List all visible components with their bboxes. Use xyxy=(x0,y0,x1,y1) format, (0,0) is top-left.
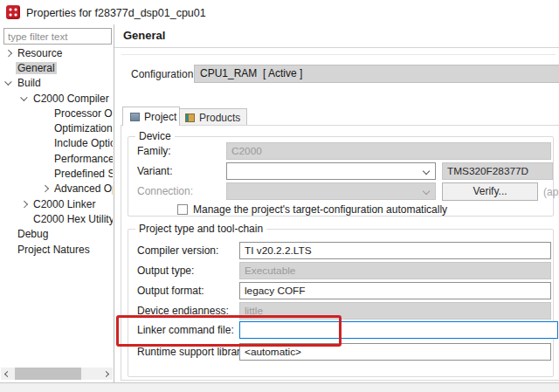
project-tab-icon xyxy=(130,113,140,121)
sidebar-item-label: Resource xyxy=(16,47,64,59)
tree-horizontal-scrollbar[interactable] xyxy=(1,368,113,380)
output-format-label: Output format: xyxy=(137,285,204,297)
device-group-title: Device xyxy=(135,130,175,142)
chevron-down-icon[interactable] xyxy=(3,78,16,88)
chevron-placeholder xyxy=(3,229,16,239)
sidebar-item-processor-option[interactable]: Processor Option xyxy=(0,106,113,120)
configuration-combo[interactable]: CPU1_RAM [ Active ] xyxy=(194,65,559,83)
red-highlight-annotation xyxy=(116,315,342,347)
sidebar-item-advanced-option[interactable]: Advanced Option xyxy=(0,182,113,196)
content-top-border xyxy=(121,54,556,55)
chevron-placeholder xyxy=(19,214,31,224)
chevron-placeholder xyxy=(40,154,52,164)
products-tab-icon xyxy=(185,113,195,122)
ccs-cube-logo-icon xyxy=(6,5,20,19)
sidebar-item-predefined-symbo[interactable]: Predefined Symbo xyxy=(0,166,113,181)
chevron-right-icon[interactable] xyxy=(3,48,16,58)
sidebar-item-include-options[interactable]: Include Options xyxy=(0,136,113,151)
bottom-strip xyxy=(0,383,559,392)
tab-products[interactable]: Products xyxy=(178,108,247,126)
runtime-support-library-label: Runtime support library: xyxy=(137,346,248,358)
panel-divider[interactable] xyxy=(114,24,114,382)
chevron-placeholder xyxy=(40,123,52,134)
scroll-right-icon[interactable] xyxy=(101,368,113,380)
toolchain-group-title: Project type and tool-chain xyxy=(135,223,266,235)
connection-label: Connection: xyxy=(137,185,193,197)
tab-project-label: Project xyxy=(144,111,176,123)
manage-target-config-checkbox[interactable] xyxy=(177,204,188,215)
properties-tree: ResourceGeneralBuildC2000 CompilerProces… xyxy=(0,45,113,365)
sidebar-item-label: Debug xyxy=(16,228,50,240)
manage-checkbox-label: Manage the project's target-configuratio… xyxy=(193,203,447,216)
sidebar-item-debug[interactable]: Debug xyxy=(0,227,113,242)
applies-note: (applies t xyxy=(543,186,559,198)
sidebar-item-label: Predefined Symbo xyxy=(52,168,113,180)
sidebar-item-label: Advanced Option xyxy=(52,182,113,195)
sidebar-item-label: C2000 Compiler xyxy=(31,93,111,105)
chevron-right-icon[interactable] xyxy=(19,199,31,210)
device-group: Device Family: C2000 Variant: <select or… xyxy=(128,136,554,217)
window-title: Properties for f28377d_dsp01_cpu01 xyxy=(26,7,206,19)
chevron-down-icon[interactable] xyxy=(19,93,31,104)
toolchain-group: Project type and tool-chain Compiler ver… xyxy=(128,229,554,377)
sidebar-item-project-natures[interactable]: Project Natures xyxy=(0,242,113,257)
sidebar-item-optimization[interactable]: Optimization xyxy=(0,120,113,135)
sidebar-item-label: General xyxy=(16,62,57,74)
chevron-placeholder xyxy=(40,168,52,179)
sidebar-item-label: Optimization xyxy=(52,122,113,134)
sidebar-item-label: C2000 Hex Utility [D xyxy=(31,213,113,225)
output-type-label: Output type: xyxy=(137,265,194,277)
chevron-down-icon[interactable] xyxy=(423,168,430,175)
sidebar-item-resource[interactable]: Resource xyxy=(0,45,113,60)
compiler-version-label: Compiler version: xyxy=(137,244,218,257)
sidebar-item-general[interactable]: General xyxy=(0,60,113,75)
chevron-placeholder xyxy=(40,108,52,119)
chevron-placeholder xyxy=(3,63,16,73)
scroll-left-icon[interactable] xyxy=(1,368,12,380)
page-title: General xyxy=(123,29,165,42)
connection-combo: Texas Instruments XDS100v3 USB Debug Pro… xyxy=(226,182,436,200)
output-type-field: Executable xyxy=(239,262,551,279)
properties-dialog: Properties for f28377d_dsp01_cpu01 Resou… xyxy=(0,0,559,392)
filter-input[interactable] xyxy=(3,28,112,45)
sidebar-item-build[interactable]: Build xyxy=(0,76,113,91)
chevron-right-icon[interactable] xyxy=(40,183,52,194)
chevron-placeholder xyxy=(3,244,16,255)
family-field: C2000 xyxy=(226,142,551,160)
sidebar-item-label: Include Options xyxy=(52,137,113,149)
scrollbar-thumb[interactable] xyxy=(15,368,81,380)
sidebar-item-c2000-hex-utility-d[interactable]: C2000 Hex Utility [D xyxy=(0,211,113,226)
chevron-placeholder xyxy=(40,138,52,148)
variant-label: Variant: xyxy=(137,165,172,177)
sidebar-item-label: Performance Advi xyxy=(52,153,113,165)
tab-project[interactable]: Project xyxy=(122,107,180,126)
sidebar-item-label: Project Natures xyxy=(16,244,92,256)
sidebar-item-label: C2000 Linker xyxy=(31,198,97,210)
output-format-field[interactable]: legacy COFF xyxy=(239,282,551,299)
configuration-label: Configuration: xyxy=(131,68,197,80)
sidebar-item-label: Processor Option xyxy=(52,107,113,120)
variant-part-field: TMS320F28377D xyxy=(442,162,553,180)
family-label: Family: xyxy=(137,145,171,157)
chevron-down-icon xyxy=(423,188,430,195)
compiler-version-field[interactable]: TI v20.2.2.LTS xyxy=(239,242,551,259)
sidebar-item-c2000-compiler[interactable]: C2000 Compiler xyxy=(0,91,113,106)
tab-products-label: Products xyxy=(199,112,240,124)
verify-button[interactable]: Verify... xyxy=(442,182,538,201)
sidebar-item-c2000-linker[interactable]: C2000 Linker xyxy=(0,196,113,211)
variant-combo[interactable]: <select or type filter text> xyxy=(226,162,436,180)
sidebar-item-performance-advi[interactable]: Performance Advi xyxy=(0,151,113,166)
sidebar-item-label: Build xyxy=(16,77,43,89)
header-separator xyxy=(114,47,559,48)
